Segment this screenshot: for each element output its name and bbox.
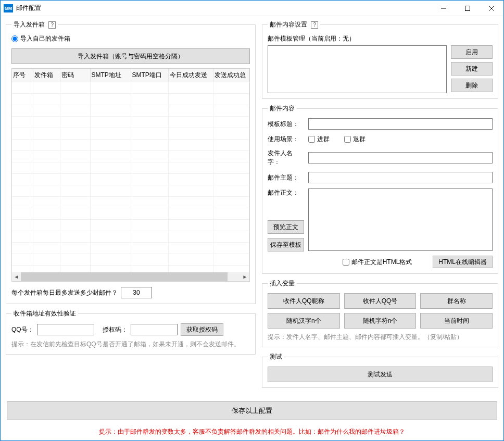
scroll-track[interactable] [21, 272, 241, 281]
sender-name-label: 发件人名字： [268, 149, 304, 167]
help-icon[interactable]: ? [311, 21, 318, 29]
save-config-button[interactable]: 保存以上配置 [7, 401, 497, 420]
table-row[interactable] [12, 117, 249, 128]
table-row[interactable] [12, 208, 249, 220]
table-row[interactable] [12, 220, 249, 231]
body-row: 邮件正文： 预览正文 保存至模板 [268, 188, 493, 251]
validation-tip: 提示：在发信前先检查目标QQ号是否开通了邮箱，如果未开通，则不会发送邮件。 [11, 340, 250, 349]
table-row[interactable] [12, 105, 249, 117]
template-title-label: 模板标题： [268, 120, 304, 129]
save-bar: 保存以上配置 [1, 396, 503, 425]
save-to-template-button[interactable]: 保存至模板 [268, 238, 304, 251]
join-group-option[interactable]: 进群 [308, 135, 330, 144]
col-total-sent[interactable]: 发送成功总 [213, 69, 249, 82]
template-title-input[interactable] [308, 118, 493, 130]
var-current-time-button[interactable]: 当前时间 [420, 313, 493, 329]
var-qq-number-button[interactable]: 收件人QQ号 [344, 293, 417, 309]
subject-input[interactable] [308, 172, 493, 183]
html-editor-button[interactable]: HTML在线编辑器 [433, 256, 493, 268]
senders-table[interactable]: 序号 发件箱 密码 SMTP地址 SMTP端口 今日成功发送 发送成功总 [12, 69, 249, 277]
import-own-radio[interactable] [11, 35, 18, 42]
var-group-name-button[interactable]: 群名称 [420, 293, 493, 309]
table-hscrollbar[interactable]: ◄ ► [12, 272, 249, 281]
template-buttons: 启用 新建 删除 [451, 45, 493, 93]
import-mode-row: 导入自己的发件箱 [11, 34, 250, 43]
template-area: 启用 新建 删除 [268, 45, 493, 93]
body-left-col: 邮件正文： 预览正文 保存至模板 [268, 188, 304, 251]
var-random-hanzi-button[interactable]: 随机汉字n个 [268, 313, 340, 329]
table-row[interactable] [12, 151, 249, 162]
table-row[interactable] [12, 128, 249, 140]
table-row[interactable] [12, 185, 249, 197]
enable-template-button[interactable]: 启用 [451, 45, 493, 59]
window-title: 邮件配置 [16, 4, 41, 12]
content-area: 导入发件箱 ? 导入自己的发件箱 导入发件箱（账号与密码用空格分隔） 序号 [1, 16, 503, 440]
maximize-button[interactable] [456, 1, 480, 16]
scene-label: 使用场景： [268, 135, 304, 144]
test-section: 测试 测试发送 [262, 352, 498, 388]
col-index[interactable]: 序号 [12, 69, 33, 82]
template-list[interactable] [268, 45, 447, 93]
content-settings-title: 邮件内容设置 [270, 21, 307, 28]
html-format-option[interactable]: 邮件正文是HTML格式 [343, 258, 412, 267]
sender-name-input[interactable] [308, 152, 493, 163]
test-send-button[interactable]: 测试发送 [268, 367, 493, 382]
app-icon: GM [4, 4, 13, 12]
content-settings-legend: 邮件内容设置 ? [268, 20, 320, 29]
minimize-button[interactable] [432, 1, 456, 16]
validation-row: QQ号： 授权码： 获取授权码 [11, 323, 250, 336]
preview-body-button[interactable]: 预览正文 [268, 220, 304, 234]
table-row[interactable] [12, 243, 249, 254]
join-group-checkbox[interactable] [308, 136, 315, 143]
get-auth-button[interactable]: 获取授权码 [181, 323, 223, 336]
col-password[interactable]: 密码 [60, 69, 90, 82]
table-row[interactable] [12, 94, 249, 105]
main-columns: 导入发件箱 ? 导入自己的发件箱 导入发件箱（账号与密码用空格分隔） 序号 [1, 16, 503, 396]
table-row[interactable] [12, 140, 249, 151]
scroll-left-icon[interactable]: ◄ [12, 272, 21, 281]
body-textarea[interactable] [308, 188, 493, 251]
col-sender[interactable]: 发件箱 [33, 69, 60, 82]
table-row[interactable] [12, 162, 249, 174]
html-format-checkbox[interactable] [343, 259, 349, 266]
new-template-button[interactable]: 新建 [451, 62, 493, 75]
senders-table-wrap: 序号 发件箱 密码 SMTP地址 SMTP端口 今日成功发送 发送成功总 [11, 68, 250, 282]
variables-tip: 提示：发件人名字、邮件主题、邮件内容都可插入变量。（复制/粘贴） [268, 333, 493, 342]
subject-row: 邮件主题： [268, 172, 493, 183]
table-row[interactable] [12, 197, 249, 208]
window-controls [432, 1, 503, 16]
table-row[interactable] [12, 82, 249, 94]
import-own-label: 导入自己的发件箱 [20, 34, 70, 43]
col-today-sent[interactable]: 今日成功发送 [168, 69, 213, 82]
template-manage-label: 邮件模板管理（当前启用：无） [268, 34, 493, 43]
table-row[interactable] [12, 174, 249, 185]
right-column: 邮件内容设置 ? 邮件模板管理（当前启用：无） 启用 新建 删除 邮件 [262, 20, 498, 396]
validation-section: 收件箱地址有效性验证 QQ号： 授权码： 获取授权码 提示：在发信前先检查目标Q… [6, 309, 256, 355]
help-icon[interactable]: ? [48, 21, 56, 29]
max-send-input[interactable] [121, 287, 152, 298]
bottom-warning: 提示：由于邮件群发的变数太多，客服不负责解答邮件群发的相关问题。比如：邮件为什么… [1, 425, 503, 440]
import-section-title: 导入发件箱 [14, 21, 45, 28]
var-random-char-button[interactable]: 随机字符n个 [344, 313, 417, 329]
import-senders-button[interactable]: 导入发件箱（账号与密码用空格分隔） [11, 48, 250, 64]
app-window: GM 邮件配置 导入发件箱 ? [0, 0, 504, 441]
col-smtp-port[interactable]: SMTP端口 [131, 69, 168, 82]
leave-group-option[interactable]: 退群 [344, 135, 366, 144]
col-smtp-addr[interactable]: SMTP地址 [90, 69, 131, 82]
auth-input[interactable] [131, 324, 178, 335]
qq-label: QQ号： [11, 325, 34, 334]
qq-input[interactable] [37, 324, 94, 335]
svg-rect-1 [465, 6, 470, 10]
scroll-right-icon[interactable]: ► [241, 272, 249, 281]
left-column: 导入发件箱 ? 导入自己的发件箱 导入发件箱（账号与密码用空格分隔） 序号 [6, 20, 256, 396]
mail-content-legend: 邮件内容 [268, 104, 297, 113]
var-qq-nick-button[interactable]: 收件人QQ昵称 [268, 293, 340, 309]
close-button[interactable] [480, 1, 503, 16]
auth-label: 授权码： [103, 325, 128, 334]
leave-group-checkbox[interactable] [344, 136, 351, 143]
delete-template-button[interactable]: 删除 [451, 79, 493, 92]
titlebar: GM 邮件配置 [1, 1, 503, 16]
table-row[interactable] [12, 254, 249, 266]
scroll-thumb[interactable] [21, 272, 228, 281]
table-row[interactable] [12, 231, 249, 243]
